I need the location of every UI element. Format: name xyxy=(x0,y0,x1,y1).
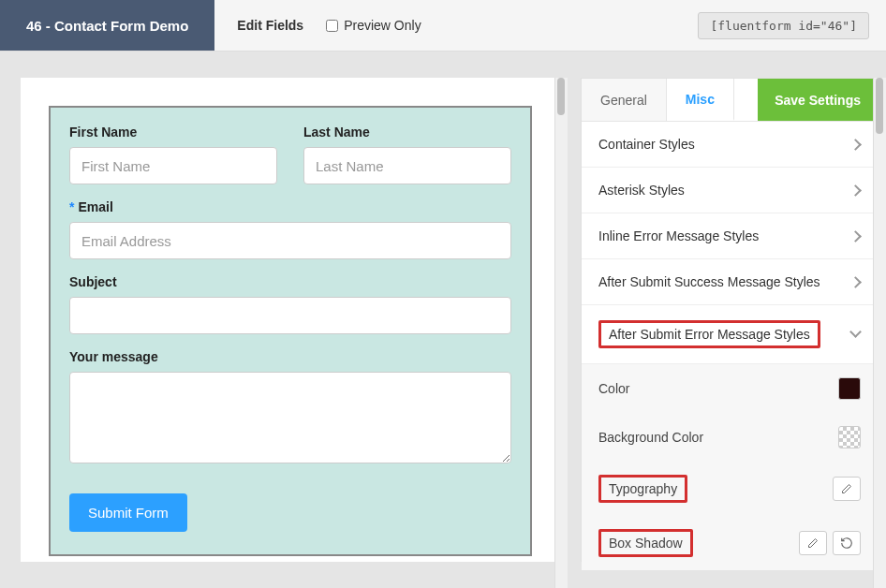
first-name-label: First Name xyxy=(69,125,277,140)
form-preview: First Name Last Name *Email Subject xyxy=(49,106,532,556)
bg-color-picker-swatch[interactable] xyxy=(838,426,861,448)
section-success-message-styles[interactable]: After Submit Success Message Styles xyxy=(582,259,878,305)
submit-button[interactable]: Submit Form xyxy=(69,493,187,532)
error-message-styles-content: Color Background Color Typography Box Sh… xyxy=(582,364,878,570)
save-settings-button[interactable]: Save Settings xyxy=(758,79,878,121)
settings-scrollbar[interactable] xyxy=(873,78,886,588)
color-picker-swatch[interactable] xyxy=(838,377,861,400)
tab-misc[interactable]: Misc xyxy=(667,79,734,121)
reset-icon xyxy=(840,537,853,550)
edit-fields-link[interactable]: Edit Fields xyxy=(214,18,326,33)
prop-background-color: Background Color xyxy=(582,413,878,462)
section-container-styles[interactable]: Container Styles xyxy=(582,122,878,168)
tab-general[interactable]: General xyxy=(582,79,667,121)
settings-column: General Misc Save Settings Container Sty… xyxy=(568,51,886,588)
first-name-field: First Name xyxy=(69,125,277,184)
topbar: 46 - Contact Form Demo Edit Fields Previ… xyxy=(0,0,886,51)
email-field: *Email xyxy=(69,199,511,259)
email-input[interactable] xyxy=(69,222,511,259)
subject-field: Subject xyxy=(69,274,511,334)
preview-only-label: Preview Only xyxy=(344,18,421,33)
section-asterisk-styles[interactable]: Asterisk Styles xyxy=(582,168,878,213)
message-label: Your message xyxy=(69,349,511,364)
chevron-right-icon xyxy=(851,185,861,195)
highlighted-typography-label: Typography xyxy=(598,475,687,503)
first-name-input[interactable] xyxy=(69,147,277,184)
box-shadow-edit-button[interactable] xyxy=(799,531,827,555)
highlighted-section-label: After Submit Error Message Styles xyxy=(598,320,820,348)
chevron-right-icon xyxy=(851,277,861,287)
typography-edit-button[interactable] xyxy=(833,477,861,501)
scrollbar-thumb[interactable] xyxy=(557,78,565,115)
subject-label: Subject xyxy=(69,274,511,289)
prop-color: Color xyxy=(582,364,878,413)
last-name-input[interactable] xyxy=(303,147,511,184)
settings-panel: General Misc Save Settings Container Sty… xyxy=(581,78,879,562)
highlighted-box-shadow-label: Box Shadow xyxy=(598,529,693,557)
pencil-icon xyxy=(807,537,819,549)
message-field: Your message xyxy=(69,349,511,467)
prop-box-shadow: Box Shadow xyxy=(582,516,878,570)
prop-typography: Typography xyxy=(582,462,878,516)
chevron-right-icon xyxy=(851,231,861,241)
required-asterisk: * xyxy=(69,199,74,214)
section-inline-error-styles[interactable]: Inline Error Message Styles xyxy=(582,213,878,259)
preview-only-toggle[interactable]: Preview Only xyxy=(326,18,421,33)
section-error-message-styles[interactable]: After Submit Error Message Styles xyxy=(582,305,878,364)
preview-column: First Name Last Name *Email Subject xyxy=(0,51,568,588)
last-name-label: Last Name xyxy=(303,125,511,140)
email-label: *Email xyxy=(69,199,511,214)
preview-only-checkbox[interactable] xyxy=(326,20,338,32)
settings-tabs: General Misc Save Settings xyxy=(582,79,878,122)
last-name-field: Last Name xyxy=(303,125,511,184)
pencil-icon xyxy=(841,483,852,494)
box-shadow-reset-button[interactable] xyxy=(833,531,861,555)
shortcode-display[interactable]: [fluentform id="46"] xyxy=(698,12,869,39)
subject-input[interactable] xyxy=(69,297,511,334)
chevron-down-icon xyxy=(851,330,861,339)
message-textarea[interactable] xyxy=(69,372,511,463)
chevron-right-icon xyxy=(851,140,861,149)
preview-card: First Name Last Name *Email Subject xyxy=(21,78,560,562)
main-area: First Name Last Name *Email Subject xyxy=(0,51,886,588)
scrollbar-thumb[interactable] xyxy=(876,78,883,134)
form-title: 46 - Contact Form Demo xyxy=(0,0,214,51)
preview-scrollbar[interactable] xyxy=(554,78,568,588)
